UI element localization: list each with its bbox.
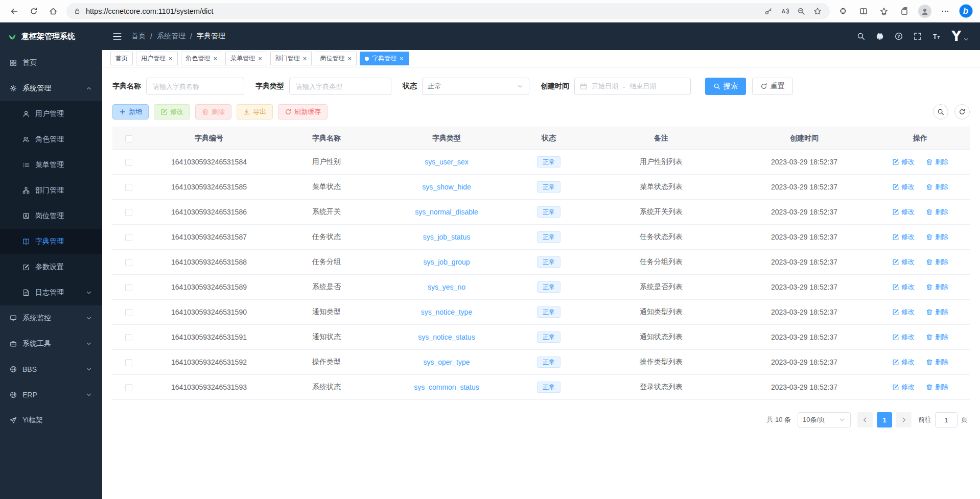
delete-row-button[interactable]: 删除 <box>926 232 948 242</box>
dict-type-link[interactable]: sys_common_status <box>414 383 479 391</box>
edit-row-button[interactable]: 修改 <box>892 358 915 367</box>
sidebar-item-log-mgmt[interactable]: 日志管理 <box>0 280 102 305</box>
add-button[interactable]: 新增 <box>112 104 149 120</box>
row-checkbox[interactable] <box>125 259 132 266</box>
sidebar-item-post-mgmt[interactable]: 岗位管理 <box>0 203 102 229</box>
next-page-button[interactable] <box>896 412 912 427</box>
dict-type-link[interactable]: sys_job_group <box>423 258 470 266</box>
tab-close-icon[interactable]: × <box>214 55 218 62</box>
delete-row-button[interactable]: 删除 <box>926 257 948 267</box>
row-checkbox[interactable] <box>125 334 132 341</box>
edit-row-button[interactable]: 修改 <box>892 207 915 217</box>
header-help-button[interactable]: ? <box>895 32 903 40</box>
sidebar-item-menu-mgmt[interactable]: 菜单管理 <box>0 152 102 178</box>
prev-page-button[interactable] <box>857 412 873 427</box>
reset-button[interactable]: 重置 <box>752 78 793 95</box>
delete-row-button[interactable]: 删除 <box>926 358 948 367</box>
delete-row-button[interactable]: 删除 <box>926 182 948 192</box>
goto-page-input[interactable] <box>935 412 958 427</box>
sidebar-item-yi-framework[interactable]: Yi框架 <box>0 408 102 433</box>
edit-row-button[interactable]: 修改 <box>892 257 915 267</box>
browser-copilot-button[interactable]: b <box>956 3 975 20</box>
tab-close-icon[interactable]: × <box>258 55 262 62</box>
sidebar-item-bbs[interactable]: BBS <box>0 357 102 382</box>
row-checkbox[interactable] <box>125 309 132 316</box>
edit-row-button[interactable]: 修改 <box>892 182 915 192</box>
dict-type-link[interactable]: sys_yes_no <box>428 283 465 291</box>
zoom-out-icon[interactable] <box>797 7 805 15</box>
dict-type-link[interactable]: sys_notice_type <box>421 308 472 316</box>
sidebar-item-home[interactable]: 首页 <box>0 50 102 76</box>
edit-row-button[interactable]: 修改 <box>892 383 915 392</box>
toggle-search-button[interactable] <box>933 104 948 120</box>
browser-refresh-button[interactable] <box>25 3 43 20</box>
page-size-select[interactable]: 10条/页 <box>798 412 851 427</box>
password-key-icon[interactable] <box>764 7 773 15</box>
row-checkbox[interactable] <box>125 359 132 366</box>
tab-close-icon[interactable]: × <box>303 55 307 62</box>
tab[interactable]: 岗位管理 × <box>315 52 357 65</box>
breadcrumb-home[interactable]: 首页 <box>131 32 146 41</box>
row-checkbox[interactable] <box>125 159 132 166</box>
sidebar-fold-button[interactable] <box>112 32 122 41</box>
sidebar-item-tools[interactable]: 系统工具 <box>0 331 102 357</box>
tab[interactable]: 菜单管理 × <box>225 52 267 65</box>
edit-button[interactable]: 修改 <box>154 104 190 120</box>
browser-settings-button[interactable] <box>936 3 954 20</box>
delete-row-button[interactable]: 删除 <box>926 383 948 392</box>
tab[interactable]: 部门管理 × <box>270 52 312 65</box>
delete-row-button[interactable]: 删除 <box>926 307 948 317</box>
sidebar-item-erp[interactable]: ERP <box>0 382 102 408</box>
browser-favorites-button[interactable] <box>875 3 893 20</box>
read-aloud-icon[interactable]: A <box>781 7 789 15</box>
tab[interactable]: 字典管理 × <box>360 52 409 65</box>
tab[interactable]: 用户管理 × <box>136 52 178 65</box>
tab-close-icon[interactable]: × <box>347 55 352 62</box>
dict-type-input[interactable] <box>289 78 391 95</box>
header-github-button[interactable] <box>876 32 884 40</box>
browser-home-button[interactable] <box>44 3 62 20</box>
tab[interactable]: 角色管理 × <box>181 52 223 65</box>
header-search-button[interactable] <box>857 32 865 40</box>
delete-row-button[interactable]: 删除 <box>926 332 948 342</box>
delete-row-button[interactable]: 删除 <box>926 157 948 167</box>
header-fullscreen-button[interactable] <box>914 32 922 40</box>
delete-button[interactable]: 删除 <box>195 104 231 120</box>
tab-close-icon[interactable]: × <box>169 55 173 62</box>
browser-back-button[interactable] <box>5 3 24 20</box>
row-checkbox[interactable] <box>125 234 132 241</box>
row-checkbox[interactable] <box>125 184 132 191</box>
url-text[interactable]: https://ccnetcore.com:1101/system/dict <box>86 7 759 15</box>
refresh-cache-button[interactable]: 刷新缓存 <box>278 104 328 120</box>
edit-row-button[interactable]: 修改 <box>892 307 915 317</box>
browser-collections-button[interactable] <box>895 3 914 20</box>
row-checkbox[interactable] <box>125 284 132 291</box>
row-checkbox[interactable] <box>125 209 132 216</box>
dict-type-link[interactable]: sys_notice_status <box>418 333 475 341</box>
browser-profile-button[interactable] <box>916 3 934 20</box>
app-logo[interactable]: 意框架管理系统 <box>0 22 102 50</box>
browser-extensions-button[interactable] <box>834 3 852 20</box>
sidebar-item-system[interactable]: 系统管理 <box>0 76 102 101</box>
browser-split-screen-button[interactable] <box>854 3 873 20</box>
dict-type-link[interactable]: sys_oper_type <box>423 358 470 366</box>
browser-address-bar[interactable]: https://ccnetcore.com:1101/system/dict A <box>66 3 830 19</box>
row-checkbox[interactable] <box>125 384 132 391</box>
dict-type-link[interactable]: sys_show_hide <box>422 183 471 191</box>
status-select[interactable]: 正常 <box>422 78 529 95</box>
dict-type-link[interactable]: sys_normal_disable <box>415 208 478 216</box>
sidebar-item-role-mgmt[interactable]: 角色管理 <box>0 127 102 152</box>
favorite-star-icon[interactable] <box>813 7 822 15</box>
sidebar-item-monitor[interactable]: 系统监控 <box>0 305 102 331</box>
edit-row-button[interactable]: 修改 <box>892 282 915 292</box>
sidebar-item-param-settings[interactable]: 参数设置 <box>0 254 102 280</box>
sidebar-item-dept-mgmt[interactable]: 部门管理 <box>0 178 102 203</box>
date-range-picker[interactable]: 开始日期 - 结束日期 <box>574 78 691 95</box>
edit-row-button[interactable]: 修改 <box>892 232 915 242</box>
dict-type-link[interactable]: sys_user_sex <box>425 158 469 166</box>
delete-row-button[interactable]: 删除 <box>926 207 948 217</box>
delete-row-button[interactable]: 删除 <box>926 282 948 292</box>
export-button[interactable]: 导出 <box>237 104 273 120</box>
edit-row-button[interactable]: 修改 <box>892 157 915 167</box>
header-font-size-button[interactable]: TT <box>932 32 941 40</box>
